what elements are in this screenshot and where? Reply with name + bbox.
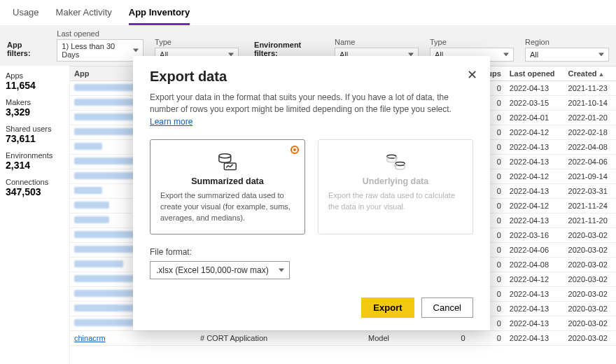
underlying-data-icon [385,153,406,171]
file-format-select[interactable]: .xlsx (Excel 150,000-row max) [150,261,290,279]
dialog-description: Export your data in the format that suit… [150,92,473,128]
card-underlying-desc: Export the raw data used to calculate th… [328,190,463,213]
svg-point-0 [219,154,231,158]
learn-more-link[interactable]: Learn more [150,117,192,127]
radio-selected-icon [290,146,299,154]
card-underlying-data: Underlying data Export the raw data used… [318,139,473,234]
summarized-data-icon [217,153,238,171]
export-button[interactable]: Export [361,298,414,318]
card-summarized-title: Summarized data [160,176,295,186]
file-format-label: File format: [150,247,473,257]
card-summarized-desc: Export the summarized data used to creat… [160,190,295,224]
cancel-button[interactable]: Cancel [421,298,473,318]
card-underlying-title: Underlying data [328,176,463,186]
card-summarized-data[interactable]: Summarized data Export the summarized da… [150,139,305,234]
svg-point-3 [396,162,405,166]
close-icon[interactable]: ✕ [467,67,477,83]
dialog-title: Export data [150,69,473,85]
export-data-dialog: ✕ Export data Export your data in the fo… [133,56,490,330]
